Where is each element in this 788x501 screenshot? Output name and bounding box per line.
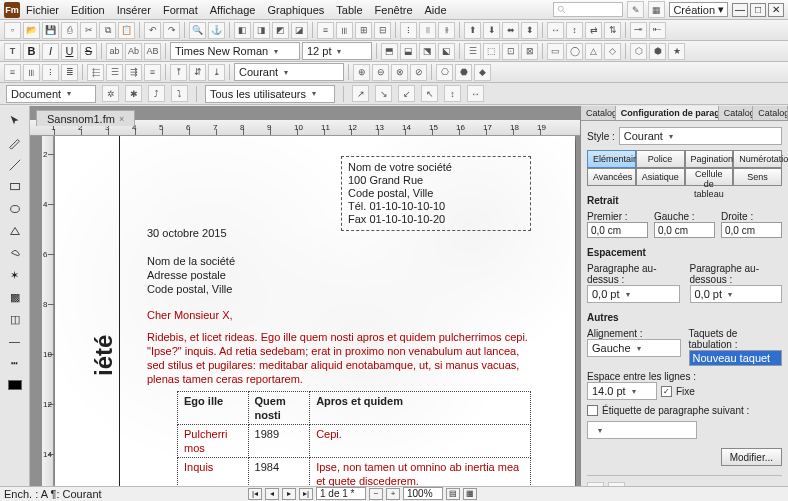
search-input[interactable] [553,2,623,17]
brush-icon[interactable]: ✎ [627,1,644,18]
tb2-m[interactable]: ⬡ [630,43,647,60]
tb2-k[interactable]: △ [585,43,602,60]
tb2-o[interactable]: ★ [668,43,685,60]
tb3-l[interactable]: ⎔ [436,64,453,81]
italic-icon[interactable]: I [42,43,59,60]
doc-b[interactable]: ✱ [125,85,142,102]
tb3-b[interactable]: ⫼ [23,64,40,81]
subtab-cellule[interactable]: Cellule de tableau [685,168,734,186]
tab-paragraph-config[interactable]: Configuration de paragraphes [616,106,719,120]
menu-graphiques[interactable]: Graphiques [267,4,324,16]
tb-c[interactable]: ◩ [272,22,289,39]
tb-i[interactable]: ⫶ [400,22,417,39]
doc-d[interactable]: ⤵ [171,85,188,102]
tb-f[interactable]: ⫼ [336,22,353,39]
tb3-a[interactable]: ≡ [4,64,21,81]
view-b-button[interactable]: ▦ [463,488,477,500]
page-prev-button[interactable]: ◂ [265,488,279,500]
line-tool-icon[interactable] [5,156,25,174]
view-a-button[interactable]: ▤ [446,488,460,500]
tb2-a[interactable]: ⬒ [381,43,398,60]
draw-tool-icon[interactable] [5,134,25,152]
tb-g[interactable]: ⊞ [355,22,372,39]
menu-edition[interactable]: Edition [71,4,105,16]
tb2-l[interactable]: ◇ [604,43,621,60]
paste-icon[interactable]: 📋 [118,22,135,39]
menu-aide[interactable]: Aide [425,4,447,16]
anchor-icon[interactable]: ⚓ [208,22,225,39]
tb-r[interactable]: ⇄ [585,22,602,39]
indent-left-input[interactable] [654,222,715,238]
tb-j[interactable]: ⫴ [419,22,436,39]
redo-icon[interactable]: ↷ [163,22,180,39]
text-tool-icon[interactable]: T [4,43,21,60]
ellipse-tool-icon[interactable] [5,200,25,218]
tb-l[interactable]: ⬆ [464,22,481,39]
menu-inserer[interactable]: Insérer [117,4,151,16]
zoom-input[interactable] [403,487,443,500]
subtab-numerotation[interactable]: Numérotation [733,150,782,168]
page-input[interactable] [316,487,366,500]
align-justify-icon[interactable]: ≡ [144,64,161,81]
tb-m[interactable]: ⬇ [483,22,500,39]
tb2-g[interactable]: ⊡ [502,43,519,60]
tb-b[interactable]: ◨ [253,22,270,39]
tb-d[interactable]: ◪ [291,22,308,39]
subtab-avancees[interactable]: Avancées [587,168,636,186]
page-last-button[interactable]: ▸| [299,488,313,500]
save-icon[interactable]: 💾 [42,22,59,39]
star-tool-icon[interactable]: ✶ [5,266,25,284]
tb-e[interactable]: ≡ [317,22,334,39]
subtab-sens[interactable]: Sens [733,168,782,186]
find-icon[interactable]: 🔍 [189,22,206,39]
align-center-icon[interactable]: ☰ [106,64,123,81]
users-combo[interactable]: Tous les utilisateurs▾ [205,85,335,103]
shapes-tool-icon[interactable]: ◫ [5,310,25,328]
align-left-icon[interactable]: ⬱ [87,64,104,81]
minimize-button[interactable]: — [732,3,748,17]
blob-tool-icon[interactable] [5,244,25,262]
new-icon[interactable]: ▫ [4,22,21,39]
subtab-pagination[interactable]: Pagination [685,150,734,168]
space-below-combo[interactable]: 0,0 pt▾ [690,285,783,303]
doc-c[interactable]: ⤴ [148,85,165,102]
tab-catalogi-2[interactable]: Catalogi [719,106,754,120]
copy-icon[interactable]: ⧉ [99,22,116,39]
tb3-m[interactable]: ⬣ [455,64,472,81]
doc-j[interactable]: ↔ [467,85,484,102]
tb3-h[interactable]: ⊕ [353,64,370,81]
case-ab-upper[interactable]: AB [144,43,161,60]
doc-a[interactable]: ✲ [102,85,119,102]
subtab-police[interactable]: Police [636,150,685,168]
close-button[interactable]: ✕ [768,3,784,17]
doc-h[interactable]: ↖ [421,85,438,102]
case-ab-cap[interactable]: Ab [125,43,142,60]
tb-u[interactable]: ⭰ [649,22,666,39]
tb2-h[interactable]: ⊠ [521,43,538,60]
polygon-tool-icon[interactable] [5,222,25,240]
tb3-k[interactable]: ⊘ [410,64,427,81]
alignment-combo[interactable]: Gauche▾ [587,339,681,357]
maximize-button[interactable]: □ [750,3,766,17]
tb2-b[interactable]: ⬓ [400,43,417,60]
indent-first-input[interactable] [587,222,648,238]
doc-g[interactable]: ↙ [398,85,415,102]
dashed-line-icon[interactable]: ┅ [5,354,25,372]
tb3-c[interactable]: ⫶ [42,64,59,81]
tb2-f[interactable]: ⬚ [483,43,500,60]
line-spacing-combo[interactable]: 14.0 pt▾ [587,382,657,400]
tb2-n[interactable]: ⬢ [649,43,666,60]
tb3-j[interactable]: ⊗ [391,64,408,81]
line-weight-icon[interactable]: — [5,332,25,350]
next-label-checkbox[interactable] [587,405,598,416]
strike-icon[interactable]: S [80,43,97,60]
ruler-vertical[interactable]: 2468101214 [42,136,54,486]
modifier-button[interactable]: Modifier... [721,448,782,466]
tb2-e[interactable]: ☰ [464,43,481,60]
tb-q[interactable]: ↕ [566,22,583,39]
valign-bot-icon[interactable]: ⤓ [208,64,225,81]
color-swatch-icon[interactable] [5,376,25,394]
tb2-j[interactable]: ◯ [566,43,583,60]
layout-icon[interactable]: ▦ [648,1,665,18]
zoom-out-button[interactable]: − [369,488,383,500]
